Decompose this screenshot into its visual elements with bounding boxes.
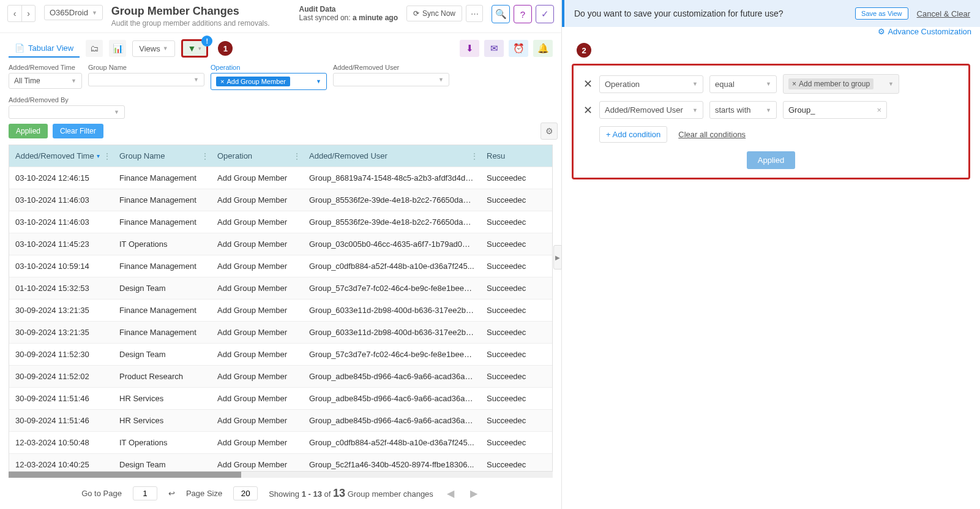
page-title: Group Member Changes (111, 5, 291, 18)
tab-tabular-view[interactable]: 📄 Tabular View (9, 40, 80, 58)
table-row[interactable]: 30-09-2024 13:21:35Finance ManagementAdd… (9, 321, 552, 343)
cancel-clear-link[interactable]: Cancel & Clear (917, 9, 970, 18)
col-result[interactable]: Resu (481, 145, 536, 167)
table-row[interactable]: 03-10-2024 11:46:03Finance ManagementAdd… (9, 189, 552, 211)
table-row[interactable]: 01-10-2024 15:32:53Design TeamAdd Group … (9, 277, 552, 299)
col-group[interactable]: Group Name⋮ (113, 145, 211, 167)
cond2-operator[interactable]: starts with▼ (709, 101, 777, 119)
add-condition-button[interactable]: + Add condition (599, 126, 667, 143)
sync-now-button[interactable]: ⟳ Sync Now (406, 6, 462, 21)
remove-condition-1[interactable]: ✕ (582, 77, 593, 91)
cond2-value[interactable]: Group_× (783, 101, 887, 119)
validate-icon[interactable]: ✓ (536, 5, 554, 23)
table-settings-icon[interactable]: ⚙ (540, 123, 558, 140)
filter-badge: ! (201, 36, 212, 47)
clear-all-conditions-link[interactable]: Clear all conditions (678, 130, 746, 139)
expand-panel-icon[interactable]: ▶ (553, 245, 562, 270)
schedule-icon[interactable]: ⏰ (509, 40, 528, 57)
cond2-field[interactable]: Added/Removed User▼ (599, 101, 703, 119)
callout-2: 2 (577, 43, 591, 58)
page-size-input[interactable] (233, 486, 258, 500)
cond1-operator[interactable]: equal▼ (709, 75, 777, 93)
table-row[interactable]: 30-09-2024 13:21:35Finance ManagementAdd… (9, 299, 552, 321)
nav-forward[interactable]: › (21, 6, 35, 21)
page-subtitle: Audit the group member additions and rem… (111, 19, 291, 28)
table-row[interactable]: 30-09-2024 11:51:46HR ServicesAdd Group … (9, 387, 552, 409)
clear-filter-button[interactable]: Clear Filter (53, 124, 103, 138)
table-row[interactable]: 03-10-2024 12:46:15Finance ManagementAdd… (9, 167, 552, 189)
help-icon[interactable]: ? (514, 5, 532, 23)
page-input[interactable] (133, 486, 157, 500)
page-next[interactable]: ▶ (468, 488, 480, 499)
save-banner-text: Do you want to save your customization f… (574, 9, 784, 18)
results-table: Added/Removed Time ▾⋮ Group Name⋮ Operat… (9, 145, 553, 472)
filter-button[interactable]: ▼▾ ! (181, 39, 209, 58)
table-row[interactable]: 30-09-2024 11:52:02Product ResearchAdd G… (9, 365, 552, 387)
table-row[interactable]: 03-10-2024 11:45:23IT OperationsAdd Grou… (9, 233, 552, 255)
table-row[interactable]: 12-03-2024 10:40:25Design TeamAdd Group … (9, 453, 552, 472)
save-as-view-button[interactable]: Save as View (855, 7, 908, 20)
applied-button[interactable]: Applied (9, 124, 48, 138)
col-time[interactable]: Added/Removed Time ▾⋮ (9, 145, 113, 167)
funnel-icon: ▼ (188, 43, 196, 53)
cond1-field[interactable]: Operation▼ (599, 75, 703, 93)
advance-customization-link[interactable]: ⚙ Advance Customization (878, 27, 971, 36)
remove-condition-2[interactable]: ✕ (582, 104, 593, 117)
download-icon[interactable]: ⬇ (460, 40, 479, 57)
filter-by[interactable]: ▼ (9, 105, 125, 119)
h-scrollbar[interactable] (9, 472, 553, 478)
mail-icon[interactable]: ✉ (484, 40, 504, 57)
audit-info: Audit Data Last synced on: a minute ago (299, 5, 398, 22)
more-menu[interactable]: ⋯ (466, 5, 483, 22)
col-user[interactable]: Added/Removed User⋮ (303, 145, 481, 167)
tab-tree-icon[interactable]: 🗂 (86, 40, 103, 57)
search-icon[interactable]: 🔍 (492, 5, 510, 23)
tab-chart-icon[interactable]: 📊 (109, 40, 126, 57)
page-go-icon[interactable]: ↩ (168, 489, 175, 498)
org-selector[interactable]: O365Droid▼ (44, 5, 103, 20)
filter-time[interactable]: All Time▼ (9, 73, 82, 89)
alert-icon[interactable]: 🔔 (533, 40, 553, 57)
conditions-applied-button[interactable]: Applied (747, 151, 795, 169)
table-row[interactable]: 12-03-2024 10:50:48IT OperationsAdd Grou… (9, 431, 552, 453)
table-header: Added/Removed Time ▾⋮ Group Name⋮ Operat… (9, 145, 552, 167)
nav-back[interactable]: ‹ (8, 6, 21, 21)
filter-user[interactable]: ▼ (333, 73, 449, 86)
filter-operation[interactable]: × Add Group Member▼ (211, 73, 327, 90)
table-row[interactable]: 03-10-2024 11:46:03Finance ManagementAdd… (9, 211, 552, 233)
col-operation[interactable]: Operation⋮ (211, 145, 303, 167)
page-prev[interactable]: ◀ (444, 488, 457, 499)
cond1-value[interactable]: × Add member to group▼ (783, 74, 899, 94)
table-row[interactable]: 30-09-2024 11:52:30Design TeamAdd Group … (9, 343, 552, 365)
callout-1: 1 (218, 41, 233, 56)
table-row[interactable]: 03-10-2024 10:59:14Finance ManagementAdd… (9, 255, 552, 277)
filter-group[interactable]: ▼ (88, 73, 204, 86)
views-dropdown[interactable]: Views ▼ (132, 40, 174, 57)
table-row[interactable]: 30-09-2024 11:51:46HR ServicesAdd Group … (9, 409, 552, 431)
